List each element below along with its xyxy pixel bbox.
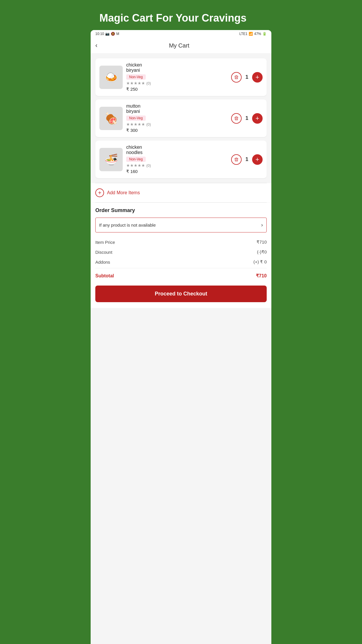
availability-text: If any product is not available [99, 223, 156, 228]
item-price: ₹ 250 [126, 87, 228, 92]
cart-item: 🍜 chickennoodles Non-Veg ★★★★★ (0) ₹ 160 [95, 141, 267, 178]
add-more-section[interactable]: + Add More Items [91, 183, 271, 202]
chevron-right-icon: › [261, 222, 263, 228]
add-more-label: Add More Items [107, 190, 140, 195]
item-controls: 1 + [231, 72, 263, 83]
price-label: Item Price [95, 240, 115, 245]
food-icon: 🍖 [104, 112, 118, 125]
cart-item: 🍛 chickenbiryani Non-Veg ★★★★★ (0) ₹ 250 [95, 58, 267, 96]
item-stars: ★★★★★ (0) [126, 163, 228, 168]
item-image-chicken-biryani: 🍛 [99, 66, 123, 89]
item-price: ₹ 300 [126, 128, 228, 133]
checkout-button[interactable]: Proceed to Checkout [95, 286, 267, 302]
item-stars: ★★★★★ (0) [126, 81, 228, 85]
add-more-icon: + [95, 188, 104, 197]
subtotal-row: Subtotal ₹710 [95, 270, 267, 281]
item-quantity: 1 [245, 115, 249, 121]
item-details: chickenbiryani Non-Veg ★★★★★ (0) ₹ 250 [126, 62, 228, 92]
price-row-addons: Addons (+) ₹ 0 [95, 257, 267, 267]
nav-bar: ‹ My Cart [91, 38, 271, 54]
delete-item-button[interactable] [231, 154, 242, 165]
status-indicators: LTE1 📶 47% 🔋 [239, 32, 267, 36]
back-button[interactable]: ‹ [95, 42, 100, 49]
subtotal-label: Subtotal [95, 273, 114, 279]
item-badge: Non-Veg [126, 116, 146, 121]
price-label: Discount [95, 250, 112, 255]
order-summary-title: Order Summary [95, 207, 267, 214]
item-price: ₹ 160 [126, 169, 228, 174]
add-item-button[interactable]: + [252, 154, 263, 165]
cart-items-section: 🍛 chickenbiryani Non-Veg ★★★★★ (0) ₹ 250 [91, 54, 271, 183]
price-divider [95, 268, 267, 268]
food-icon: 🍛 [104, 71, 118, 84]
bottom-section: Proceed to Checkout [91, 286, 271, 308]
price-value: ₹710 [256, 239, 267, 245]
add-item-button[interactable]: + [252, 113, 263, 124]
order-summary-section: Order Summary If any product is not avai… [91, 203, 271, 286]
price-value: (-)₹0 [257, 249, 267, 255]
subtotal-value: ₹710 [256, 273, 267, 279]
item-name: chickennoodles [126, 145, 228, 155]
delete-item-button[interactable] [231, 72, 242, 83]
item-name: muttonbiryani [126, 104, 228, 114]
price-row-discount: Discount (-)₹0 [95, 247, 267, 257]
page-title: My Cart [100, 42, 267, 49]
status-time: 10:10 📷 🔕 M [95, 32, 119, 36]
price-row-item: Item Price ₹710 [95, 237, 267, 247]
item-badge: Non-Veg [126, 157, 146, 162]
item-details: muttonbiryani Non-Veg ★★★★★ (0) ₹ 300 [126, 104, 228, 133]
add-item-button[interactable]: + [252, 72, 263, 83]
item-controls: 1 + [231, 154, 263, 165]
food-icon: 🍜 [104, 153, 118, 166]
item-name: chickenbiryani [126, 62, 228, 73]
item-badge: Non-Veg [126, 74, 146, 80]
item-image-mutton-biryani: 🍖 [99, 107, 123, 130]
delete-item-button[interactable] [231, 113, 242, 124]
price-value: (+) ₹ 0 [254, 259, 267, 265]
item-details: chickennoodles Non-Veg ★★★★★ (0) ₹ 160 [126, 145, 228, 174]
product-availability-row[interactable]: If any product is not available › [95, 218, 267, 232]
item-stars: ★★★★★ (0) [126, 122, 228, 127]
cart-item: 🍖 muttonbiryani Non-Veg ★★★★★ (0) ₹ 300 [95, 99, 267, 137]
item-quantity: 1 [245, 156, 249, 162]
price-label: Addons [95, 260, 110, 265]
page-marketing-title: Magic Cart For Your Cravings [99, 12, 263, 24]
item-image-chicken-noodles: 🍜 [99, 148, 123, 171]
item-quantity: 1 [245, 74, 249, 80]
item-controls: 1 + [231, 113, 263, 124]
status-bar: 10:10 📷 🔕 M LTE1 📶 47% 🔋 [91, 30, 271, 38]
